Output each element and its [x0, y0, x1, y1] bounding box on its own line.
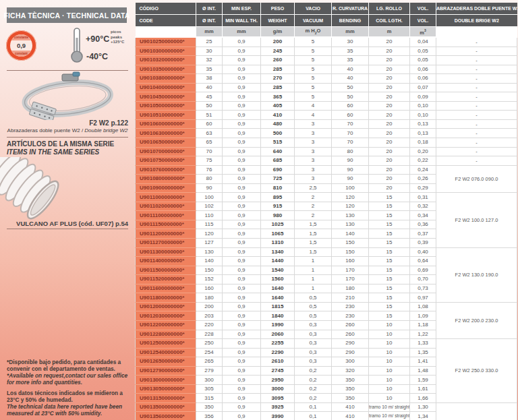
- data-cell: 0,29: [410, 183, 436, 193]
- data-cell: 75: [196, 156, 223, 166]
- temp-peaks-es: picos: [111, 30, 121, 34]
- divider: [7, 137, 128, 138]
- data-cell: 2255: [261, 339, 295, 349]
- data-cell: 0,9: [223, 165, 261, 175]
- data-cell: 5: [295, 37, 332, 47]
- data-cell: 350: [332, 394, 369, 403]
- data-cell: 20: [369, 175, 410, 184]
- clamp-reference-cell: -: [436, 47, 517, 56]
- series-item-vulcano: VULCANO AF PLUS (cód. UF07) p.54: [16, 220, 128, 227]
- data-cell: 15: [369, 266, 410, 275]
- data-cell: 0,9: [223, 119, 261, 129]
- data-cell: 245: [261, 47, 295, 56]
- data-cell: 40: [332, 74, 369, 84]
- data-cell: 290: [332, 339, 369, 349]
- product-code-cell: U9012790000000*: [136, 366, 196, 376]
- data-cell: 0,9: [223, 302, 261, 311]
- data-cell: 0,05: [410, 56, 436, 65]
- data-cell: 0,06: [410, 74, 436, 84]
- data-cell: 152: [196, 275, 223, 284]
- data-cell: 1,5: [295, 239, 332, 248]
- data-cell: 0,9: [223, 147, 261, 156]
- column-header: CÓDIGO: [136, 3, 196, 15]
- data-cell: 15: [369, 257, 410, 266]
- data-cell: 980: [261, 211, 295, 220]
- data-cell: 35: [332, 47, 369, 56]
- sidebar: FICHA TÈCNICA · TECHNICAL DATA constante…: [0, 0, 135, 420]
- data-cell: 15: [369, 293, 410, 303]
- data-cell: 1,48: [410, 366, 436, 376]
- column-header: PESO: [261, 3, 295, 15]
- data-cell: 150: [196, 266, 223, 275]
- table-row: U9010250000000*250,9200530200,04-: [136, 37, 517, 47]
- footnote-available-es: *Disponible bajo pedido, para cantidades…: [7, 359, 131, 372]
- unit-cell: m: [369, 27, 410, 38]
- data-cell: 20: [369, 56, 410, 65]
- data-cell: 20: [369, 92, 410, 102]
- data-cell: 5: [295, 83, 332, 92]
- data-cell: 65: [196, 138, 223, 148]
- data-cell: 1,5: [295, 247, 332, 257]
- table-row: U9010700000000*700,9640380200,20-: [136, 147, 517, 156]
- clamp-reference-cell: -: [436, 74, 517, 84]
- data-cell: 270: [261, 74, 295, 84]
- data-cell: 0,73: [410, 284, 436, 293]
- footnote-conditions-en: The technical data here reported have be…: [7, 404, 131, 417]
- product-code-cell: U9012540000000*: [136, 348, 196, 357]
- data-cell: 2: [295, 211, 332, 220]
- data-cell: 0,32: [410, 202, 436, 211]
- data-cell: 90: [196, 183, 223, 193]
- data-cell: 0,5: [295, 302, 332, 311]
- data-cell: 3: [295, 147, 332, 156]
- data-cell: 0,09: [410, 92, 436, 102]
- footnotes: *Disponible bajo pedido, para cantidades…: [7, 359, 131, 418]
- data-cell: 230: [332, 311, 369, 321]
- clamp-caption-es: Abrazaderas doble puente W2 /: [7, 127, 85, 133]
- data-cell: 0,3: [295, 348, 332, 357]
- data-cell: 4: [295, 101, 332, 111]
- data-cell: 0,9: [223, 47, 261, 56]
- data-cell: 0,9: [223, 83, 261, 92]
- data-cell: 150: [332, 247, 369, 257]
- data-cell: 0,3: [295, 357, 332, 367]
- badge-label-en: constant: [10, 51, 32, 57]
- table-row: U9012000000000*2000,918150,5230151,08F2 …: [136, 302, 517, 311]
- data-cell: 40: [332, 65, 369, 74]
- data-cell: 0,9: [223, 239, 261, 248]
- data-cell: 90: [332, 175, 369, 184]
- data-cell: 0,3: [295, 339, 332, 349]
- data-cell: 1,5: [295, 220, 332, 229]
- data-cell: 3: [295, 165, 332, 175]
- data-cell: 315: [196, 394, 223, 403]
- data-cell: 1025: [261, 220, 295, 229]
- data-cell: 10: [369, 348, 410, 357]
- data-cell: 51: [196, 111, 223, 120]
- table-row: U9010350000000*350,9285540200,06-: [136, 65, 517, 74]
- data-cell: 20: [369, 47, 410, 56]
- footnote-conditions-es: Los datos técnicos indicados se midieron…: [7, 390, 131, 403]
- table-row: U9010650000000*650,9515370200,18-: [136, 138, 517, 148]
- data-cell: 60: [332, 101, 369, 111]
- data-cell: 725: [261, 175, 295, 184]
- table-row: U9010750000000*750,9685390200,22-: [136, 156, 517, 166]
- data-cell: 265: [196, 357, 223, 367]
- data-cell: 10: [369, 376, 410, 385]
- data-cell: 3: [295, 156, 332, 166]
- data-cell: 20: [369, 183, 410, 193]
- data-cell: 2,5: [295, 183, 332, 193]
- data-cell: 5: [295, 56, 332, 65]
- product-code-cell: U9010300000000*: [136, 47, 196, 56]
- units-row: mmmmg/mm H2Ommmm3: [136, 27, 517, 38]
- data-cell: 3: [295, 119, 332, 129]
- data-cell: 1990: [261, 320, 295, 330]
- data-cell: 30: [332, 37, 369, 47]
- data-cell: 15: [369, 193, 410, 202]
- divider: [7, 229, 128, 229]
- data-cell: 0,1: [295, 402, 332, 412]
- data-cell: 0,31: [410, 193, 436, 202]
- data-cell: 480: [261, 119, 295, 129]
- clamp-reference-cell: F2 W2 076.0 090.0: [436, 165, 517, 193]
- data-cell: 0,04: [410, 37, 436, 47]
- data-cell: 1,59: [410, 376, 436, 385]
- product-code-cell: U9012280000000*: [136, 330, 196, 339]
